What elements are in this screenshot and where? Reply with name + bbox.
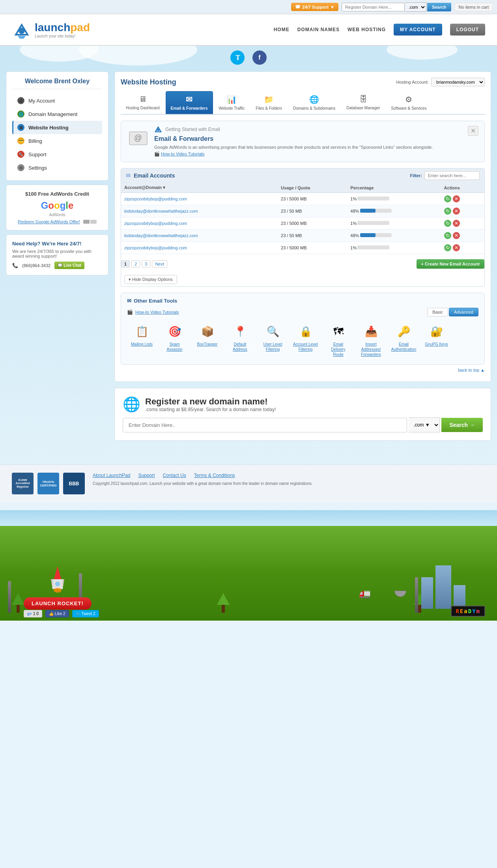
footer-support[interactable]: Support (138, 473, 155, 478)
refresh-icon[interactable]: ↻ (444, 208, 451, 215)
tab-domains-subdomains[interactable]: 🌐 Domains & Subdomains (288, 91, 340, 114)
adwords-toggle[interactable] (83, 220, 97, 224)
tool-item-account-level-filtering[interactable]: 🔒 Account Level Filtering (291, 320, 320, 359)
tool-label: Import Addresses/ Forwarders (359, 342, 383, 357)
section-envelope-icon: ✉ (126, 172, 131, 179)
email-link[interactable]: kidstoday@dontknowwhatthejazz.com (124, 233, 198, 238)
page-3[interactable]: 3 (142, 260, 150, 268)
live-chat-button[interactable]: 💬 Live Chat (54, 262, 84, 269)
domain-management-icon: 🌐 (17, 110, 24, 118)
delete-icon[interactable]: ✕ (453, 232, 460, 239)
refresh-icon[interactable]: ↻ (444, 220, 451, 227)
nav-home[interactable]: HOME (274, 27, 290, 32)
twitter-icon[interactable]: 𝕋 (230, 51, 245, 65)
top-search-button[interactable]: Search (427, 3, 451, 11)
tools-tutorial-link[interactable]: How-to Video Tutorials (135, 310, 179, 314)
tool-item-email-delivery-route[interactable]: 🗺 Email Delivery Route (323, 320, 353, 359)
email-cell-usage: 23 / 50 MB (278, 230, 347, 242)
video-icon: 🎬 (154, 151, 160, 157)
back-to-top[interactable]: back to top ▲ (121, 365, 485, 376)
progress-bar-container (360, 209, 392, 213)
view-advanced-button[interactable]: Advanced (449, 308, 478, 316)
sidebar-item-settings[interactable]: ⚙ Settings (12, 161, 102, 174)
tab-website-traffic[interactable]: 📊 Website Traffic (214, 91, 250, 114)
create-email-button[interactable]: + Create New Email Account (417, 259, 484, 269)
domain-main-input[interactable] (123, 418, 407, 432)
delete-icon[interactable]: ✕ (453, 220, 460, 227)
email-cell-usage: 23 / 5000 MB (278, 242, 347, 254)
refresh-icon[interactable]: ↻ (444, 195, 451, 202)
refresh-icon[interactable]: ↻ (444, 232, 451, 239)
sidebar-item-domain-management[interactable]: 🌐 Domain Management (12, 107, 102, 121)
tab-database-manager[interactable]: 🗄 Database Manager (341, 91, 385, 114)
rocket-area: LAUNCH ROCKET! (24, 564, 92, 613)
gs-subtitle: Getting Started with Email (165, 127, 220, 132)
email-filter-input[interactable] (424, 171, 480, 180)
my-account-button[interactable]: MY ACCOUNT (394, 24, 442, 36)
sidebar-item-support[interactable]: 🔧 Support (12, 148, 102, 161)
tool-item-default-address[interactable]: 📍 Default Address (225, 320, 255, 359)
launch-rocket-button[interactable]: LAUNCH ROCKET! (24, 597, 92, 610)
tool-item-import-addresses--forwarders[interactable]: 📥 Import Addresses/ Forwarders (356, 320, 386, 359)
email-link[interactable]: zipzopzoobitybop@pudding.com (124, 196, 187, 201)
refresh-icon[interactable]: ↻ (444, 244, 451, 251)
nav-domain-names[interactable]: DOMAIN NAMES (297, 27, 340, 32)
hide-options-button[interactable]: ▾ Hide Display Options (124, 275, 177, 284)
adwords-redeem-link[interactable]: Redeem Google AdWords Offer! (18, 219, 80, 224)
domain-main-search-button[interactable]: Search → (441, 418, 483, 432)
tool-item-spam-assassin[interactable]: 🎯 Spam Assassin (160, 320, 189, 359)
hosting-account-select[interactable]: brianmodansky.com (431, 78, 485, 86)
google-plus-button[interactable]: g+ 1 0 (24, 610, 42, 617)
tweet-button[interactable]: 🐦 Tweet 2 (72, 610, 99, 617)
progress-bar (358, 221, 358, 225)
domain-reg-title: Register a new domain name! (145, 397, 276, 407)
logo-area: launchpad Launch your site today! (12, 21, 90, 39)
panel-title: Website Hosting (121, 78, 176, 86)
delete-icon[interactable]: ✕ (453, 244, 460, 251)
tool-icon: 📦 (199, 323, 216, 340)
support-button[interactable]: ☎ 24/7 Support ▼ (291, 3, 338, 11)
tool-item-boxtrapper[interactable]: 📦 BoxTrapper (192, 320, 222, 359)
tab-files-folders[interactable]: 📁 Files & Folders (250, 91, 287, 114)
tool-item-mailing-lists[interactable]: 📋 Mailing Lists (127, 320, 157, 359)
delete-icon[interactable]: ✕ (453, 208, 460, 215)
tab-email-forwarders[interactable]: ✉ Email & Forwarders (166, 91, 213, 114)
nav-web-hosting[interactable]: WEB HOSTING (348, 27, 386, 32)
gs-tutorial-link[interactable]: How-to Video Tutorials (161, 151, 204, 157)
email-link[interactable]: zipzopzoobitybop@pudding.com (124, 245, 187, 250)
sidebar-item-billing[interactable]: 💳 Billing (12, 134, 102, 148)
sidebar-item-website-hosting[interactable]: 🖥 Website Hosting (12, 121, 102, 134)
welcome-title: Welcome Brent Oxley (12, 78, 102, 89)
sidebar-item-my-account[interactable]: ⚫ My Account (12, 94, 102, 107)
progress-bar-container (358, 245, 389, 249)
footer-contact[interactable]: Contact Us (163, 473, 186, 478)
facebook-like-button[interactable]: 👍 Like 2 (45, 610, 69, 617)
top-tld-select[interactable]: .com (405, 2, 426, 12)
domain-main-tld[interactable]: .com ▼ (409, 417, 440, 432)
delete-icon[interactable]: ✕ (453, 195, 460, 202)
logout-button[interactable]: LOGOUT (450, 24, 485, 36)
tab-hosting-dashboard[interactable]: 🖥 Hosting Dashboard (121, 91, 165, 114)
gs-close-button[interactable]: ✕ (468, 126, 478, 136)
email-accounts-section: ✉ Email Accounts Filter: Account@Domain … (121, 168, 485, 287)
footer-terms[interactable]: Terms & Conditions (194, 473, 235, 478)
email-link[interactable]: zipzopzoobitybop@pudding.com (124, 221, 187, 226)
tab-software-services[interactable]: ⚙ Software & Services (386, 91, 432, 114)
domains-subdomains-icon: 🌐 (309, 95, 319, 104)
top-domain-input[interactable] (342, 3, 405, 11)
facebook-icon[interactable]: f (252, 51, 267, 65)
page-next[interactable]: Next (152, 260, 167, 268)
tool-item-gnupg-keys[interactable]: 🔐 GnuPG Keys (422, 320, 451, 359)
footer-about[interactable]: About LaunchPad (93, 473, 130, 478)
col-percentage: Percentage (347, 183, 441, 193)
tool-item-user-level-filtering[interactable]: 🔍 User Level Filtering (258, 320, 288, 359)
tree-1 (12, 593, 24, 613)
progress-bar (358, 245, 358, 249)
page-2[interactable]: 2 (131, 260, 140, 268)
svg-marker-7 (54, 566, 62, 580)
page-1[interactable]: 1 (121, 260, 130, 268)
tool-item-email-authentication[interactable]: 🔑 Email Authentication (389, 320, 419, 359)
view-basic-button[interactable]: Basic (427, 308, 448, 316)
email-link[interactable]: kidstoday@dontknowwhatthejazz.com (124, 209, 198, 213)
cloud-row: 𝕋 f (0, 46, 497, 69)
